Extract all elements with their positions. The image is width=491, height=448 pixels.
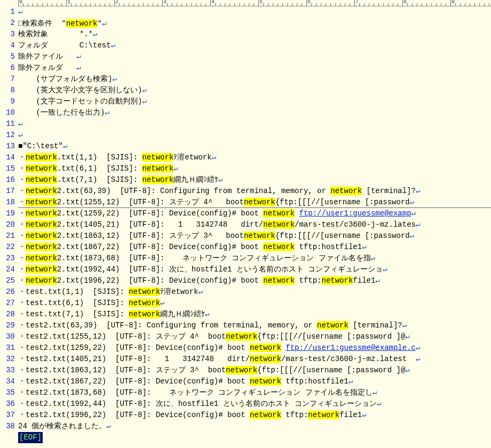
text-line[interactable]: ↵ <box>18 130 491 141</box>
match-highlight: network <box>26 187 57 195</box>
text-line[interactable]: ・network2.txt(1996,22) [UTF-8]: Device(c… <box>18 275 491 286</box>
text-line[interactable]: ・test2.txt(1867,22) [UTF-8]: Device(conf… <box>18 376 491 387</box>
text-line[interactable]: ・test2.txt(1873,68) [UTF-8]: ネットワーク コンフィ… <box>18 387 491 398</box>
newline-mark: ↵ <box>373 388 377 397</box>
text-line[interactable]: □検索条件 "network"↵ <box>18 18 491 29</box>
line-number: 8 <box>0 85 15 96</box>
newline-mark: ↵ <box>416 343 420 352</box>
editor-area[interactable]: 1234567891011121314151617181920212223242… <box>0 6 491 443</box>
line-number: 23 <box>0 253 15 264</box>
text-line[interactable]: ・test.txt(7,1) [SJIS]: network繝九Ｈ繝ｼ繧ｹ↵ <box>18 309 491 320</box>
newline-mark: ↵ <box>106 422 110 430</box>
match-highlight: network <box>26 254 57 262</box>
newline-mark: ↵ <box>212 153 216 162</box>
line-number: 30 <box>0 331 15 342</box>
line-number: 25 <box>0 275 15 286</box>
text-line[interactable]: [EOF] <box>18 432 491 443</box>
match-highlight: network <box>263 243 295 251</box>
text-line[interactable]: ・network.txt(7,1) [SJIS]: network繝九Ｈ繝ｼ繧ｹ… <box>18 174 491 186</box>
text-line[interactable]: ・test.txt(6,1) [SJIS]: network↵ <box>18 298 491 309</box>
newline-mark: ↵ <box>105 108 109 117</box>
text-line[interactable]: ・test2.txt(1259,22) [UTF-8]: Device(conf… <box>18 342 491 354</box>
text-line[interactable]: ・network2.txt(63,39) [UTF-8]: Configurin… <box>18 186 491 197</box>
search-keyword: network <box>66 19 98 28</box>
text-line[interactable]: フォルダ C:\test↵ <box>18 40 491 51</box>
line-number: 34 <box>0 376 15 387</box>
text-line[interactable]: ・network2.txt(1259,22) [UTF-8]: Device(c… <box>18 208 491 219</box>
text-line[interactable]: ・test2.txt(1405,21) [UTF-8]: 1 3142748 d… <box>18 354 491 365</box>
newline-mark: ↵ <box>102 19 106 28</box>
text-line[interactable]: ・test2.txt(1992,44) [UTF-8]: 次に、hostfile… <box>18 398 491 410</box>
newline-mark: ↵ <box>410 231 414 240</box>
newline-mark: ↵ <box>76 63 81 72</box>
text-content[interactable]: ↵□検索条件 "network"↵検索対象 *.*↵フォルダ C:\test↵除… <box>18 6 491 443</box>
text-line[interactable]: ・network2.txt(1867,22) [UTF-8]: Device(c… <box>18 242 491 253</box>
text-line[interactable]: ・network2.txt(1873,68) [UTF-8]: ネットワーク コ… <box>18 253 491 264</box>
newline-mark: ↵ <box>142 97 146 106</box>
text-line[interactable]: (一致した行を出力)↵ <box>18 107 491 118</box>
text-line[interactable]: ・test2.txt(1996,22) [UTF-8]: Device(conf… <box>18 410 491 421</box>
match-highlight: network <box>129 299 160 307</box>
text-line[interactable]: ・test2.txt(63,39) [UTF-8]: Configuring f… <box>18 320 491 331</box>
text-line[interactable]: 除外フォルダ ↵ <box>18 62 491 74</box>
newline-mark: ↵ <box>18 131 22 139</box>
line-number: 24 <box>0 264 15 275</box>
eof-marker: [EOF] <box>18 432 43 443</box>
text-line[interactable]: 除外ファイル ↵ <box>18 51 491 62</box>
match-highlight: network <box>250 343 281 352</box>
newline-mark: ↵ <box>160 299 164 307</box>
match-highlight: network <box>317 321 349 330</box>
line-number: 26 <box>0 286 15 298</box>
line-number: 36 <box>0 398 15 410</box>
text-line[interactable]: ・network2.txt(1255,12) [UTF-8]: ステップ 4^ … <box>18 197 491 208</box>
newline-mark: ↵ <box>377 399 381 408</box>
text-line[interactable]: ■"C:\test"↵ <box>18 141 491 152</box>
newline-mark: ↵ <box>411 209 416 218</box>
newline-mark: ↵ <box>142 86 146 94</box>
text-line[interactable]: ・test2.txt(1863,12) [UTF-8]: ステップ 3^ boo… <box>18 365 491 376</box>
match-highlight: network <box>26 175 57 184</box>
match-highlight: network <box>226 366 257 374</box>
text-line[interactable]: ・test2.txt(1255,12) [UTF-8]: ステップ 4^ boo… <box>18 331 491 342</box>
match-highlight: network <box>142 153 173 162</box>
newline-mark: ↵ <box>405 332 409 341</box>
newline-mark: ↵ <box>416 355 420 363</box>
match-highlight: network <box>263 220 295 229</box>
line-number: 22 <box>0 242 15 253</box>
match-highlight: network <box>322 276 353 285</box>
text-line[interactable]: ↵ <box>18 6 491 18</box>
line-number <box>0 432 15 443</box>
text-line[interactable]: ・network2.txt(1992,44) [UTF-8]: 次に、hostf… <box>18 264 491 275</box>
newline-mark: ↵ <box>375 276 379 285</box>
newline-mark: ↵ <box>371 254 375 262</box>
match-highlight: network <box>26 209 57 218</box>
line-number: 14 <box>0 152 15 163</box>
text-line[interactable]: (文字コードセットの自動判別)↵ <box>18 96 491 107</box>
text-line[interactable]: 検索対象 *.*↵ <box>18 29 491 40</box>
ruler: 0123456789 <box>18 0 491 6</box>
text-line[interactable]: 24 個が検索されました。↵ <box>18 421 491 432</box>
text-line[interactable]: ↵ <box>18 118 491 130</box>
text-line[interactable]: ・test.txt(1,1) [SJIS]: networkﾃ溶etwork↵ <box>18 286 491 298</box>
url-link[interactable]: ftp://user1:guessme@example.c <box>286 343 416 352</box>
line-number: 15 <box>0 163 15 174</box>
match-highlight: network <box>26 198 57 206</box>
match-highlight: network <box>26 243 57 251</box>
line-number: 2 <box>0 18 15 29</box>
text-line[interactable]: ・network.txt(6,1) [SJIS]: network↵ <box>18 163 491 174</box>
newline-mark: ↵ <box>93 30 97 38</box>
text-line[interactable]: (サブフォルダも検索)↵ <box>18 74 491 85</box>
match-highlight: network <box>250 411 281 419</box>
match-highlight: network <box>129 287 160 296</box>
text-line[interactable]: (英大文字小文字を区別しない)↵ <box>18 85 491 96</box>
text-line[interactable]: ・network.txt(1,1) [SJIS]: networkﾃ溶etwor… <box>18 152 491 163</box>
line-number: 37 <box>0 410 15 421</box>
text-line[interactable]: ・network2.txt(1405,21) [UTF-8]: 1 314274… <box>18 219 491 230</box>
newline-mark: ↵ <box>173 164 178 173</box>
match-highlight: network <box>250 377 281 386</box>
text-line[interactable]: ・network2.txt(1863,12) [UTF-8]: ステップ 3^ … <box>18 230 491 242</box>
line-number: 1 <box>0 6 15 18</box>
url-link[interactable]: ftp://user1:guessme@examp <box>299 209 411 218</box>
match-highlight: network <box>26 153 57 162</box>
match-highlight: network <box>26 276 57 285</box>
